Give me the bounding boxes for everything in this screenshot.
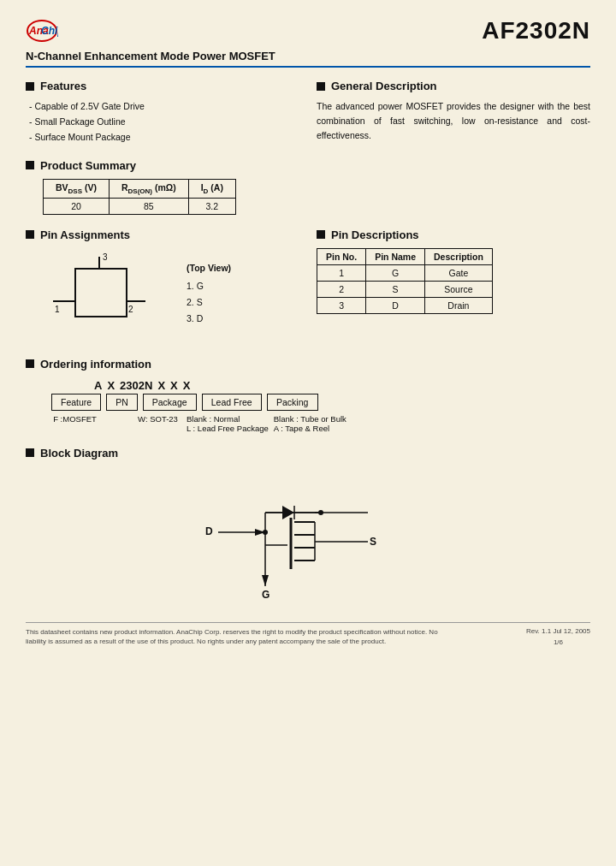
ordering-bullet	[26, 359, 34, 368]
summary-col-rdson: RDS(ON) (mΩ)	[109, 179, 188, 198]
ordering-labels-row: F :MOSFET W: SOT-23 Blank : Normal L : L…	[51, 414, 590, 433]
block-diagram-bullet	[26, 448, 34, 457]
ord-label-leadfree: Blank : Normal L : Lead Free Package	[187, 414, 269, 433]
page-footer: This datasheet contains new product info…	[26, 622, 590, 646]
ordering-title: Ordering information	[40, 358, 151, 371]
svg-text:3: 3	[103, 252, 108, 262]
pin-no-2: 2	[317, 281, 366, 297]
pin-desc-table: Pin No. Pin Name Description 1 G Gate 2 …	[317, 248, 493, 314]
feature-item-2: - Small Package Outline	[29, 115, 299, 130]
product-summary-section: Product Summary BVDSS (V) RDS(ON) (mΩ) I…	[26, 159, 590, 215]
summary-bvdss-val: 20	[44, 198, 110, 214]
logo-icon: Ana Chip	[26, 19, 58, 43]
pin-desc-bullet	[317, 230, 325, 239]
gen-desc-title: General Description	[331, 80, 437, 92]
svg-text:D: D	[205, 525, 213, 537]
ord-x3: X	[170, 379, 178, 392]
block-diagram-title: Block Diagram	[40, 447, 118, 460]
feature-item-3: - Surface Mount Package	[29, 130, 299, 145]
table-row: 2 S Source	[317, 281, 493, 297]
ord-box-package: Package	[143, 394, 197, 411]
top-view-label: (Top View)	[187, 263, 231, 273]
svg-text:1: 1	[55, 305, 60, 314]
ord-label-packing: Blank : Tube or Bulk A : Tape & Reel	[274, 414, 346, 433]
pin-desc-2: Source	[425, 281, 493, 297]
feature-item-1: - Capable of 2.5V Gate Drive	[29, 99, 299, 115]
pin-2: 2. S	[187, 294, 231, 311]
ord-box-packing: Packing	[267, 394, 318, 411]
features-list: - Capable of 2.5V Gate Drive - Small Pac…	[26, 99, 299, 145]
pin-col-desc: Description	[425, 248, 493, 264]
table-row: 1 G Gate	[317, 264, 493, 281]
svg-text:G: G	[262, 589, 270, 601]
pin-name-1: G	[366, 264, 425, 281]
pin-3: 3. D	[187, 311, 231, 327]
gen-desc-text: The advanced power MOSFET provides the d…	[317, 99, 590, 142]
gen-desc-bullet	[317, 82, 325, 91]
footer-page: 1/6	[526, 638, 590, 646]
ord-box-leadfree: Lead Free	[202, 394, 262, 411]
svg-text:S: S	[370, 536, 376, 548]
ord-label-feature: F :MOSFET	[51, 414, 98, 424]
pin-diagram: 3 1 2	[43, 248, 180, 342]
ord-box-feature: Feature	[51, 394, 101, 411]
features-title: Features	[40, 80, 86, 92]
ordering-code-row: A X 2302N X X X	[94, 379, 590, 392]
footer-rev: Rev. 1.1 Jul 12, 2005	[526, 627, 590, 635]
pin-no-3: 3	[317, 297, 366, 313]
pin-desc-1: Gate	[425, 264, 493, 281]
page-header: Ana Chip AF2302N	[26, 17, 590, 44]
pin-descriptions-section: Pin Descriptions Pin No. Pin Name Descri…	[317, 228, 590, 346]
pin-1: 1. G	[187, 278, 231, 294]
pin-list: 1. G 2. S 3. D	[187, 278, 231, 327]
page-subtitle: N-Channel Enhancement Mode Power MOSFET	[26, 50, 590, 68]
pin-no-1: 1	[317, 264, 366, 281]
svg-text:2: 2	[128, 305, 133, 314]
product-summary-bullet	[26, 161, 34, 169]
ord-x1: X	[107, 379, 115, 392]
pin-desc-title: Pin Descriptions	[331, 228, 419, 241]
block-diagram-svg: D S	[180, 468, 436, 605]
summary-id-val: 3.2	[188, 198, 235, 214]
pin-diagram-wrapper: 3 1 2 (Top View) 1. G 2. S 3. D	[43, 248, 299, 342]
pin-col-name: Pin Name	[366, 248, 425, 264]
ordering-boxes-row: Feature PN Package Lead Free Packing	[51, 394, 590, 411]
ordering-diagram: A X 2302N X X X Feature PN Package Lead …	[51, 379, 590, 433]
ord-label-package: W: SOT-23	[134, 414, 181, 424]
svg-marker-33	[255, 529, 265, 536]
features-bullet	[26, 82, 34, 91]
summary-col-id: ID (A)	[188, 179, 235, 198]
general-desc-section: General Description The advanced power M…	[317, 80, 590, 145]
table-row: 3 D Drain	[317, 297, 493, 313]
summary-rdson-val: 85	[109, 198, 188, 214]
svg-rect-3	[75, 269, 127, 317]
ord-x2: X	[157, 379, 165, 392]
table-row: 20 85 3.2	[44, 198, 236, 214]
ord-x4: X	[183, 379, 191, 392]
pin-assignments-section: Pin Assignments 3 1 2 (Top View) 1. G	[26, 228, 299, 346]
pin-assign-title: Pin Assignments	[40, 228, 130, 241]
block-diagram-section: Block Diagram D	[26, 447, 590, 605]
part-number: AF2302N	[482, 17, 590, 44]
ord-2302n: 2302N	[120, 379, 152, 392]
pin-col-no: Pin No.	[317, 248, 366, 264]
pin-assign-notes: (Top View) 1. G 2. S 3. D	[187, 263, 231, 327]
ordering-section: Ordering information A X 2302N X X X Fea…	[26, 358, 590, 433]
summary-col-bvdss: BVDSS (V)	[44, 179, 110, 198]
pin-name-3: D	[366, 297, 425, 313]
footer-disclaimer: This datasheet contains new product info…	[26, 627, 453, 646]
svg-marker-13	[282, 506, 294, 519]
ord-a: A	[94, 379, 102, 392]
footer-right: Rev. 1.1 Jul 12, 2005 1/6	[526, 627, 590, 646]
product-summary-title: Product Summary	[40, 159, 136, 172]
svg-text:Chip: Chip	[41, 25, 58, 37]
ord-box-pn: PN	[106, 394, 138, 411]
pin-assign-bullet	[26, 230, 34, 239]
pin-name-2: S	[366, 281, 425, 297]
product-summary-table: BVDSS (V) RDS(ON) (mΩ) ID (A) 20 85 3.2	[43, 179, 236, 215]
svg-marker-36	[262, 575, 269, 586]
logo: Ana Chip	[26, 19, 60, 43]
pin-desc-3: Drain	[425, 297, 493, 313]
features-section: Features - Capable of 2.5V Gate Drive - …	[26, 80, 299, 145]
